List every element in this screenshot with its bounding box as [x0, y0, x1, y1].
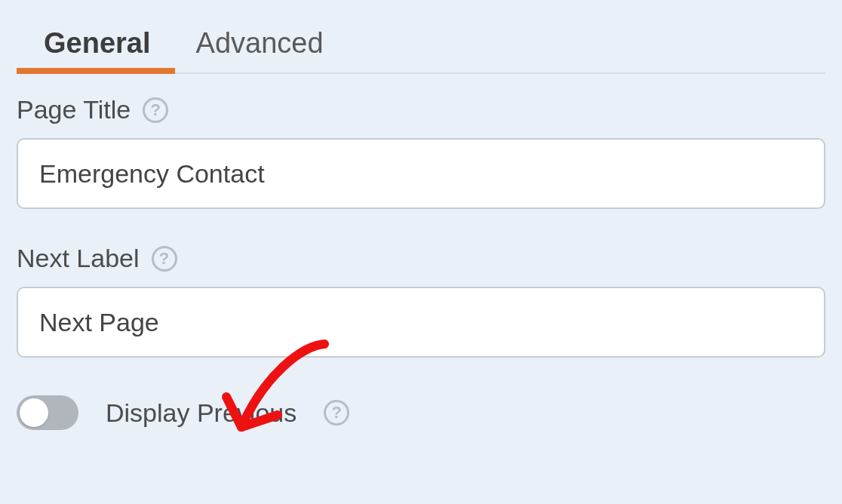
field-next-label: Next Label ?	[17, 244, 825, 358]
field-label-row: Page Title ?	[17, 95, 825, 124]
display-previous-toggle[interactable]	[17, 395, 78, 430]
field-display-previous: Display Previous ?	[17, 395, 825, 430]
help-icon[interactable]: ?	[143, 97, 168, 123]
tab-advanced[interactable]: Advanced	[196, 14, 324, 72]
field-page-title: Page Title ?	[17, 95, 825, 209]
page-title-input[interactable]	[17, 138, 825, 209]
display-previous-label: Display Previous	[106, 398, 297, 428]
next-label-input[interactable]	[17, 287, 825, 358]
next-label-label: Next Label	[17, 244, 140, 273]
tabs: General Advanced	[17, 14, 825, 74]
help-icon[interactable]: ?	[152, 246, 177, 272]
field-label-row: Next Label ?	[17, 244, 825, 273]
help-icon[interactable]: ?	[324, 400, 349, 426]
page-title-label: Page Title	[17, 95, 131, 124]
tab-general[interactable]: General	[44, 14, 151, 72]
toggle-knob	[20, 398, 48, 427]
